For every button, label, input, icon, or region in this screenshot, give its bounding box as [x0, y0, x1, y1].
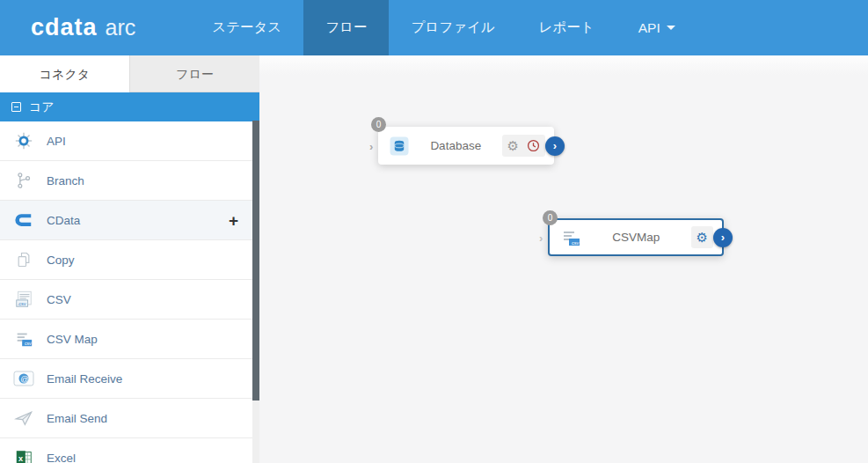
svg-text:csv: csv — [572, 239, 580, 245]
tab-flow[interactable]: フロー — [130, 55, 259, 92]
email-send-icon — [12, 408, 35, 429]
copy-documents-icon — [12, 249, 35, 270]
node-title: CSVMap — [581, 231, 691, 244]
excel-icon: x — [12, 447, 35, 463]
connector-label: Copy — [47, 254, 75, 267]
api-gear-icon — [12, 130, 35, 151]
sidebar-tabs: コネクタ フロー — [0, 55, 259, 92]
nav-item-label: API — [638, 20, 660, 36]
nav-item-profile[interactable]: プロファイル — [389, 0, 516, 55]
nav-item-label: プロファイル — [411, 18, 494, 37]
connector-item-api[interactable]: API — [0, 121, 252, 161]
top-navbar: cdata arc ステータス フロー プロファイル レポート API — [0, 0, 868, 55]
tab-connectors[interactable]: コネクタ — [0, 55, 130, 92]
connector-item-branch[interactable]: Branch — [0, 161, 252, 201]
gear-settings-icon[interactable]: ⚙ — [697, 231, 708, 244]
svg-text:.csv: .csv — [18, 301, 26, 306]
connector-label: Excel — [47, 452, 76, 463]
connector-item-email-send[interactable]: Email Send — [0, 399, 252, 438]
sidebar-scrollbar-thumb[interactable] — [252, 121, 259, 401]
nav-item-flow[interactable]: フロー — [303, 0, 389, 55]
email-receive-icon: @ — [12, 368, 35, 389]
flow-node-database[interactable]: 0 › Database ⚙ › — [378, 127, 554, 165]
collapse-section-icon[interactable] — [11, 102, 21, 112]
connector-item-email-receive[interactable]: @ Email Receive — [0, 359, 252, 399]
csv-file-icon: .csv — [12, 289, 35, 310]
connector-item-copy[interactable]: Copy — [0, 240, 252, 280]
connector-label: CData — [47, 214, 80, 227]
logo-product-text: arc — [106, 15, 136, 40]
database-icon — [389, 136, 410, 157]
connector-label: Branch — [47, 174, 84, 187]
connector-item-csv-map[interactable]: csv CSV Map — [0, 320, 252, 359]
cdata-logo-icon — [12, 209, 35, 231]
node-input-chevron-icon: › — [369, 139, 373, 152]
nav-menu: ステータス フロー プロファイル レポート API — [190, 0, 697, 55]
connector-item-cdata[interactable]: CData + — [0, 201, 252, 240]
section-label: コア — [29, 99, 55, 115]
gear-settings-icon[interactable]: ⚙ — [507, 139, 519, 152]
csv-map-icon: csv — [12, 328, 35, 349]
flow-canvas[interactable]: 0 › Database ⚙ › 0 › — [259, 55, 868, 463]
logo-brand-text: cdata — [31, 14, 98, 41]
flow-node-csvmap[interactable]: 0 › csv CSVMap ⚙ › — [548, 218, 724, 256]
app-logo[interactable]: cdata arc — [31, 0, 135, 55]
svg-text:csv: csv — [25, 341, 32, 346]
nav-item-label: ステータス — [212, 18, 281, 37]
node-title: Database — [410, 139, 502, 152]
connector-label: CSV — [47, 293, 71, 306]
node-action-panel: ⚙ — [691, 226, 713, 248]
connector-label: Email Send — [47, 412, 107, 425]
message-count-badge: 0 — [543, 210, 558, 225]
add-cdata-connector-button[interactable]: + — [229, 212, 238, 229]
schedule-error-icon[interactable] — [527, 139, 540, 152]
svg-text:@: @ — [20, 374, 29, 384]
connector-label: CSV Map — [47, 333, 98, 346]
message-count-badge: 0 — [371, 117, 386, 132]
nav-item-label: フロー — [325, 18, 367, 37]
nav-item-report[interactable]: レポート — [517, 0, 616, 55]
node-output-button[interactable]: › — [545, 136, 565, 156]
connector-label: API — [47, 135, 66, 148]
git-branch-icon — [12, 170, 35, 191]
sidebar: コネクタ フロー コア API — [0, 55, 259, 463]
node-input-chevron-icon: › — [539, 231, 543, 244]
connector-label: Email Receive — [47, 372, 122, 386]
connector-item-csv[interactable]: .csv CSV — [0, 280, 252, 320]
caret-down-icon — [667, 26, 675, 30]
sidebar-scrollbar-track[interactable] — [252, 121, 259, 463]
nav-item-status[interactable]: ステータス — [190, 0, 303, 55]
connector-list: API Branch CData + — [0, 121, 252, 463]
node-output-button[interactable]: › — [713, 228, 733, 247]
connector-item-excel[interactable]: x Excel — [0, 438, 252, 463]
nav-item-label: レポート — [539, 18, 594, 37]
sidebar-section-core[interactable]: コア — [0, 92, 259, 121]
csv-map-icon: csv — [560, 227, 581, 248]
nav-item-api-dropdown[interactable]: API — [616, 0, 697, 55]
node-action-panel: ⚙ — [502, 135, 545, 157]
